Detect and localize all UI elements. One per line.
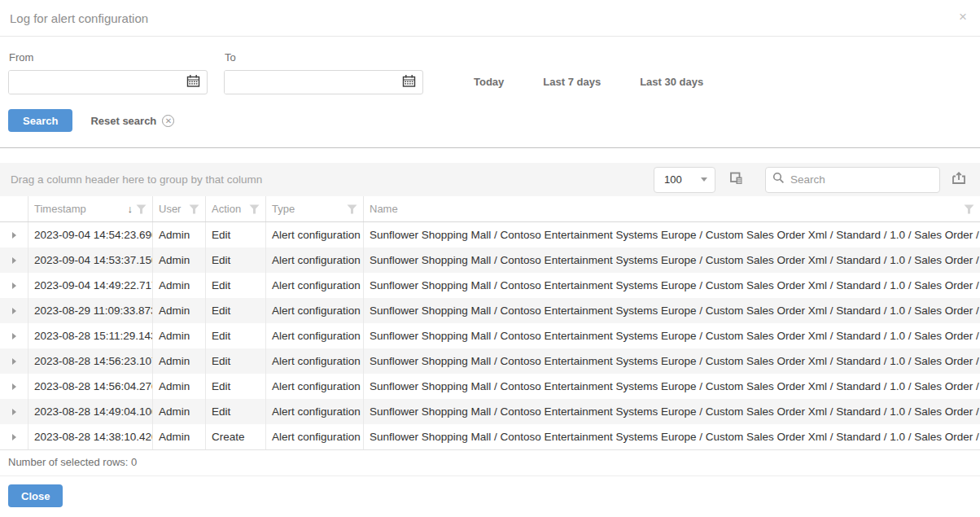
expand-arrow-icon (12, 383, 16, 390)
cell-timestamp: 2023-08-28 14:56:04.270 (28, 374, 153, 399)
cell-type: Alert configuration (266, 273, 364, 298)
column-label: Type (272, 203, 347, 215)
row-expand-cell[interactable] (0, 374, 28, 399)
row-expand-cell[interactable] (0, 399, 28, 424)
column-header-user[interactable]: User (153, 196, 206, 221)
calendar-icon (186, 74, 200, 90)
column-label: User (159, 203, 189, 215)
cell-timestamp: 2023-08-29 11:09:33.873 (28, 298, 153, 323)
expand-arrow-icon (12, 333, 16, 340)
from-field-group: From (8, 46, 208, 94)
table-row[interactable]: 2023-08-29 11:09:33.873AdminEditAlert co… (0, 298, 980, 323)
filter-funnel-icon[interactable] (964, 204, 974, 214)
cell-timestamp: 2023-09-04 14:49:22.717 (28, 273, 153, 298)
cell-name: Sunflower Shopping Mall / Contoso Entert… (364, 399, 980, 424)
row-expand-cell[interactable] (0, 348, 28, 374)
cell-name: Sunflower Shopping Mall / Contoso Entert… (364, 323, 980, 348)
expand-arrow-icon (12, 283, 16, 289)
column-header-name[interactable]: Name (364, 196, 980, 221)
page-size-value: 100 (664, 173, 701, 186)
close-icon[interactable]: × (954, 8, 972, 26)
row-expand-cell[interactable] (0, 222, 28, 248)
filter-funnel-icon[interactable] (347, 204, 357, 214)
to-label: To (225, 51, 423, 64)
table-row[interactable]: 2023-08-28 14:38:10.420AdminCreateAlert … (0, 424, 980, 449)
cell-user: Admin (153, 323, 206, 348)
from-date-box (8, 70, 208, 94)
cell-user: Admin (153, 248, 206, 273)
cell-action: Create (206, 424, 266, 449)
cell-action: Edit (206, 248, 266, 273)
quick-link-today[interactable]: Today (474, 76, 504, 88)
row-expand-cell[interactable] (0, 424, 28, 449)
cell-action: Edit (206, 374, 266, 399)
row-expand-cell[interactable] (0, 248, 28, 273)
from-calendar-button[interactable] (179, 71, 207, 94)
quick-link-last-7-days[interactable]: Last 7 days (543, 76, 601, 88)
to-calendar-button[interactable] (395, 71, 422, 94)
calendar-icon (402, 74, 416, 90)
cell-name: Sunflower Shopping Mall / Contoso Entert… (364, 248, 980, 273)
table-row[interactable]: 2023-08-28 14:56:04.270AdminEditAlert co… (0, 374, 980, 399)
to-date-input[interactable] (225, 71, 395, 94)
row-expand-cell[interactable] (0, 298, 28, 323)
page-size-select[interactable]: 100 (654, 167, 715, 193)
table-row[interactable]: 2023-08-28 14:49:04.100AdminEditAlert co… (0, 399, 980, 424)
column-header-type[interactable]: Type (266, 196, 364, 221)
cell-action: Edit (206, 222, 266, 248)
expand-arrow-icon (12, 358, 16, 365)
chevron-down-icon (701, 177, 707, 182)
grid-header-row: Timestamp ↓ User Action Type (0, 196, 980, 222)
group-panel-text: Drag a column header here to group by th… (11, 173, 654, 186)
search-icon (772, 172, 785, 187)
export-icon (951, 170, 967, 190)
table-row[interactable]: 2023-08-28 15:11:29.143AdminEditAlert co… (0, 323, 980, 348)
grid-toolbar: Drag a column header here to group by th… (0, 163, 980, 196)
quick-link-last-30-days[interactable]: Last 30 days (640, 76, 703, 88)
filter-area: From (0, 37, 980, 147)
cell-user: Admin (153, 399, 206, 424)
filter-funnel-icon[interactable] (136, 204, 147, 214)
column-chooser-button[interactable] (726, 169, 747, 191)
cell-type: Alert configuration (266, 222, 364, 248)
table-row[interactable]: 2023-08-28 14:56:23.107AdminEditAlert co… (0, 348, 980, 374)
close-button[interactable]: Close (8, 484, 63, 507)
page-title: Log for alert configuration (10, 11, 148, 25)
row-expand-cell[interactable] (0, 273, 28, 298)
table-row[interactable]: 2023-09-04 14:53:37.150AdminEditAlert co… (0, 248, 980, 273)
cell-name: Sunflower Shopping Mall / Contoso Entert… (364, 348, 980, 374)
column-chooser-icon (728, 170, 745, 190)
header-expand-column (0, 196, 28, 221)
row-expand-cell[interactable] (0, 323, 28, 348)
cell-name: Sunflower Shopping Mall / Contoso Entert… (364, 222, 980, 248)
expand-arrow-icon (12, 409, 16, 415)
table-row[interactable]: 2023-09-04 14:49:22.717AdminEditAlert co… (0, 273, 980, 298)
cell-type: Alert configuration (266, 374, 364, 399)
to-date-box (224, 70, 423, 94)
cell-timestamp: 2023-08-28 14:38:10.420 (28, 424, 153, 449)
reset-search-label: Reset search (90, 115, 156, 127)
table-row[interactable]: 2023-09-04 14:54:23.690AdminEditAlert co… (0, 222, 980, 248)
grid-search-box (765, 167, 940, 193)
column-header-timestamp[interactable]: Timestamp ↓ (28, 196, 153, 221)
cell-timestamp: 2023-09-04 14:53:37.150 (28, 248, 153, 273)
cell-type: Alert configuration (266, 424, 364, 449)
dialog-footer: Close (0, 475, 980, 517)
cell-type: Alert configuration (266, 298, 364, 323)
export-button[interactable] (948, 169, 969, 191)
from-date-input[interactable] (9, 71, 179, 94)
filter-funnel-icon[interactable] (249, 204, 260, 214)
column-header-action[interactable]: Action (206, 196, 266, 221)
reset-search-link[interactable]: Reset search ✕ (90, 115, 174, 127)
filter-funnel-icon[interactable] (189, 204, 199, 214)
to-field-group: To (224, 46, 423, 94)
grid-search-input[interactable] (790, 173, 933, 186)
expand-arrow-icon (12, 232, 16, 239)
cell-user: Admin (153, 424, 206, 449)
cell-action: Edit (206, 399, 266, 424)
cell-name: Sunflower Shopping Mall / Contoso Entert… (364, 424, 980, 449)
from-label: From (9, 51, 208, 64)
search-button[interactable]: Search (8, 109, 72, 132)
cell-action: Edit (206, 348, 266, 374)
sort-descending-icon: ↓ (128, 203, 133, 215)
